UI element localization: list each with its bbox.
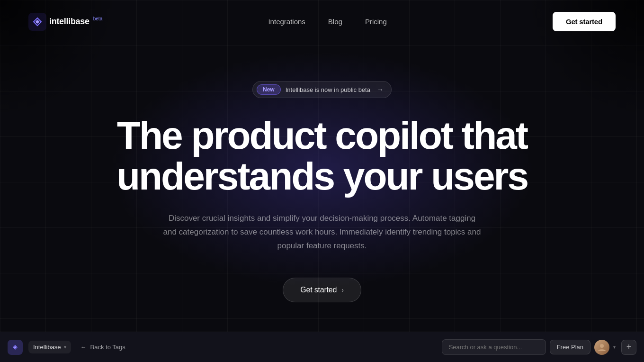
back-arrow-icon: ← <box>80 344 87 351</box>
back-label: Back to Tags <box>90 344 125 351</box>
hero-title-line1: The product copilot that <box>117 114 527 157</box>
avatar[interactable] <box>594 340 609 355</box>
hero-get-started-button[interactable]: Get started › <box>283 278 361 302</box>
hero-cta-arrow-icon: › <box>341 286 343 294</box>
nav-link-pricing[interactable]: Pricing <box>365 18 387 26</box>
workspace-chevron-icon: ▾ <box>64 344 66 350</box>
search-input[interactable] <box>442 339 546 355</box>
svg-point-3 <box>600 344 604 348</box>
svg-point-2 <box>14 346 16 348</box>
hero-title-line2: understands your users <box>116 154 528 198</box>
free-plan-button[interactable]: Free Plan <box>550 340 590 354</box>
plus-icon: + <box>626 342 632 352</box>
back-to-tags-button[interactable]: ← Back to Tags <box>75 341 131 353</box>
logo-beta: beta <box>93 16 102 21</box>
badge-arrow-icon: → <box>377 86 384 93</box>
logo-text: intellibase <box>49 17 89 27</box>
nav-item-blog[interactable]: Blog <box>328 18 342 26</box>
badge-text: Intellibase is now in public beta <box>286 86 370 93</box>
workspace-selector[interactable]: Intellibase ▾ <box>28 341 71 353</box>
logo-icon <box>28 13 46 31</box>
bottom-logo-icon <box>8 340 23 355</box>
nav-link-blog[interactable]: Blog <box>328 18 342 26</box>
logo: intellibasebeta <box>28 13 102 31</box>
hero-subtitle: Discover crucial insights and simplify y… <box>161 212 483 253</box>
avatar-chevron-icon[interactable]: ▾ <box>613 344 616 350</box>
nav-link-integrations[interactable]: Integrations <box>268 18 305 26</box>
nav-get-started-button[interactable]: Get started <box>553 12 616 31</box>
svg-point-1 <box>36 20 39 23</box>
add-button[interactable]: + <box>621 340 636 355</box>
hero-cta-label: Get started <box>300 286 337 294</box>
nav-item-integrations[interactable]: Integrations <box>268 18 305 26</box>
workspace-name: Intellibase <box>33 344 61 351</box>
hero-title: The product copilot that understands you… <box>116 115 528 197</box>
bottom-bar: Intellibase ▾ ← Back to Tags Free Plan ▾… <box>0 332 644 362</box>
announcement-badge[interactable]: New Intellibase is now in public beta → <box>252 81 392 98</box>
navbar: intellibasebeta Integrations Blog Pricin… <box>0 0 644 43</box>
hero-section: New Intellibase is now in public beta → … <box>0 43 644 302</box>
badge-new-label: New <box>257 84 281 95</box>
nav-item-pricing[interactable]: Pricing <box>365 18 387 26</box>
nav-links: Integrations Blog Pricing <box>268 18 386 26</box>
